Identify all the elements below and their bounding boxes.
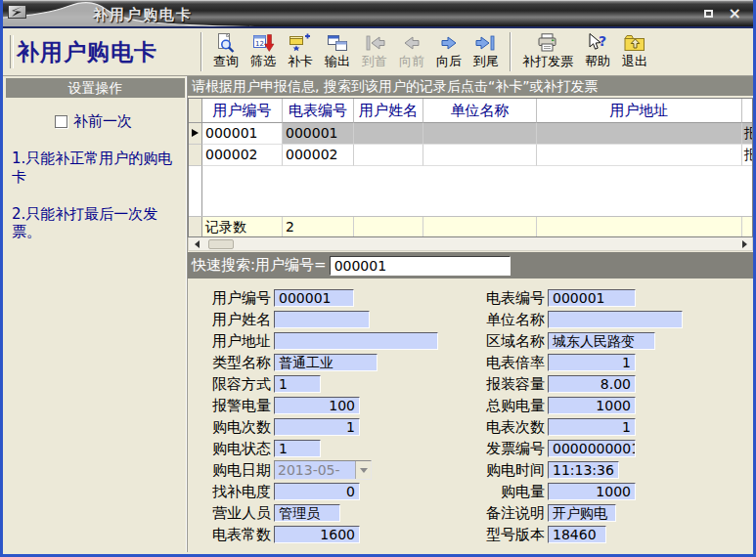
card-button[interactable]: 补卡 [283, 32, 318, 71]
exit-folder-icon [623, 33, 646, 53]
form-column-right: 电表编号000001单位名称区域名称城东人民路变电表倍率1报装容量8.00总购电… [471, 287, 753, 552]
maximize-button[interactable] [704, 10, 713, 18]
form-row-user-name: 用户姓名 [198, 309, 471, 330]
field-label-purchase-date: 购电日期 [198, 461, 271, 480]
field-label-meter-constant: 电表常数 [198, 526, 271, 544]
footer-record-count-value: 2 [283, 217, 354, 236]
exit-button[interactable]: 退出 [617, 32, 652, 71]
form-row-user-no: 用户编号000001 [198, 287, 471, 309]
field-purchase-date-dropdown[interactable]: 2013-05-25 [274, 460, 372, 480]
page-title-wrap: 补用户购电卡 [3, 37, 196, 67]
field-label-user-no: 用户编号 [198, 289, 271, 308]
field-meter-no[interactable]: 000001 [548, 289, 636, 307]
column-header-2[interactable]: 电表编号 [283, 99, 354, 123]
form-row-type-name: 类型名称普通工业 [198, 352, 471, 373]
grid-cell[interactable] [537, 145, 742, 166]
instruction-bar: 请根据用户申报信息, 搜索到该用户的记录后点击“补卡”或补打发票 [188, 76, 753, 96]
field-type-name[interactable]: 普通工业 [274, 354, 378, 371]
form-row-adjust-energy: 找补电度0 [198, 481, 471, 502]
field-unit-name[interactable] [548, 311, 683, 328]
field-label-adjust-energy: 找补电度 [198, 483, 271, 501]
grid-cell[interactable]: 000001 [202, 123, 283, 145]
row-selector[interactable] [189, 145, 202, 166]
card-add-icon [289, 33, 312, 53]
toolbar-button-label: 输出 [325, 53, 350, 70]
row-selector-header [189, 99, 202, 123]
last-button[interactable]: 到尾 [468, 32, 504, 71]
field-installed-capacity[interactable]: 8.00 [548, 375, 636, 393]
grid-cell[interactable] [423, 145, 537, 166]
grid-row-1[interactable]: 000001000001报 [189, 123, 752, 145]
field-purchase-count[interactable]: 1 [274, 418, 360, 436]
grid-cell[interactable]: 000002 [283, 145, 354, 166]
field-invoice-no[interactable]: 0000000001 [548, 440, 636, 457]
row-selector-empty [189, 166, 202, 216]
grid-cell[interactable]: 000001 [283, 123, 354, 145]
field-limit-mode[interactable]: 1 [274, 375, 321, 393]
field-meter-count[interactable]: 1 [548, 418, 636, 436]
form-row-operator: 营业人员管理员 [198, 502, 471, 524]
toolbar-separator [510, 32, 511, 71]
field-label-meter-no: 电表编号 [471, 289, 545, 308]
grid-cell[interactable] [354, 123, 423, 145]
filter-button[interactable]: 12筛选 [245, 32, 281, 71]
main-area: 设置操作 补前一次 1.只能补正常用户的购电卡 2.只能补打最后一次发票。 请根… [3, 76, 753, 552]
row-selector-current[interactable] [189, 123, 202, 145]
field-label-user-name: 用户姓名 [198, 311, 271, 329]
grid-cell[interactable] [537, 123, 742, 145]
scroll-left-icon[interactable] [195, 240, 200, 248]
field-total-energy[interactable]: 1000 [548, 397, 636, 414]
query-button[interactable]: 查询 [208, 32, 244, 71]
grid-cell[interactable] [354, 145, 423, 166]
field-purchase-amount[interactable]: 1000 [548, 483, 636, 500]
field-remark[interactable]: 开户购电 [548, 504, 616, 522]
column-header-overflow [742, 99, 752, 123]
titlebar: 补用户购电卡 × [3, 0, 753, 28]
field-meter-ratio[interactable]: 1 [548, 354, 636, 371]
field-label-total-energy: 总购电量 [471, 397, 545, 415]
pre-once-checkbox-row[interactable]: 补前一次 [55, 112, 185, 131]
grid-footer-row: 记录数2 [189, 216, 752, 236]
field-model-version[interactable]: 18460 [548, 526, 606, 543]
invoice-button[interactable]: 补打发票 [517, 32, 578, 71]
field-meter-constant[interactable]: 1600 [274, 526, 360, 543]
scroll-right-icon[interactable] [742, 240, 747, 248]
form-row-purchase-date: 购电日期2013-05-25 [198, 459, 471, 481]
form-row-area-name: 区域名称城东人民路变 [471, 330, 753, 352]
grid-row-2[interactable]: 000002000002报 [189, 145, 752, 166]
next-button[interactable]: 向后 [431, 32, 467, 71]
column-header-5[interactable]: 用户地址 [537, 99, 742, 123]
column-header-4[interactable]: 单位名称 [423, 99, 537, 123]
field-label-operator: 营业人员 [198, 504, 271, 523]
scroll-thumb[interactable] [208, 239, 234, 249]
close-button[interactable]: × [729, 9, 741, 19]
filter-calendar-icon: 12 [251, 33, 275, 53]
field-label-limit-mode: 限容方式 [198, 375, 271, 394]
grid-cell[interactable] [423, 123, 537, 145]
column-header-1[interactable]: 用户编号 [202, 99, 283, 123]
nav-last-icon [474, 33, 498, 53]
field-user-no[interactable]: 000001 [274, 289, 354, 307]
output-button[interactable]: 输出 [320, 32, 355, 71]
dropdown-arrow-icon[interactable] [355, 461, 371, 479]
grid-cell[interactable]: 000002 [202, 145, 283, 166]
field-adjust-energy[interactable]: 0 [274, 483, 360, 500]
field-user-name[interactable] [274, 311, 370, 328]
grid-hscrollbar[interactable] [188, 237, 753, 251]
grid-empty-area [189, 166, 752, 216]
column-header-3[interactable]: 用户姓名 [354, 99, 423, 123]
sidebar-header: 设置操作 [6, 78, 185, 98]
nav-prev-icon [400, 33, 423, 53]
quick-search-input[interactable] [330, 256, 511, 276]
form-column-left: 用户编号000001用户姓名用户地址类型名称普通工业限容方式1报警电量100购电… [198, 287, 471, 552]
field-alarm-energy[interactable]: 100 [274, 397, 360, 414]
field-label-type-name: 类型名称 [198, 354, 271, 372]
field-user-address[interactable] [274, 332, 438, 350]
field-purchase-time[interactable]: 11:13:36 [548, 461, 619, 479]
checkbox-icon[interactable] [55, 115, 67, 128]
field-area-name[interactable]: 城东人民路变 [548, 332, 655, 350]
field-operator[interactable]: 管理员 [274, 504, 340, 522]
help-button[interactable]: ?帮助 [580, 32, 615, 71]
field-purchase-status[interactable]: 1 [274, 440, 321, 457]
window-controls: × [704, 9, 741, 19]
